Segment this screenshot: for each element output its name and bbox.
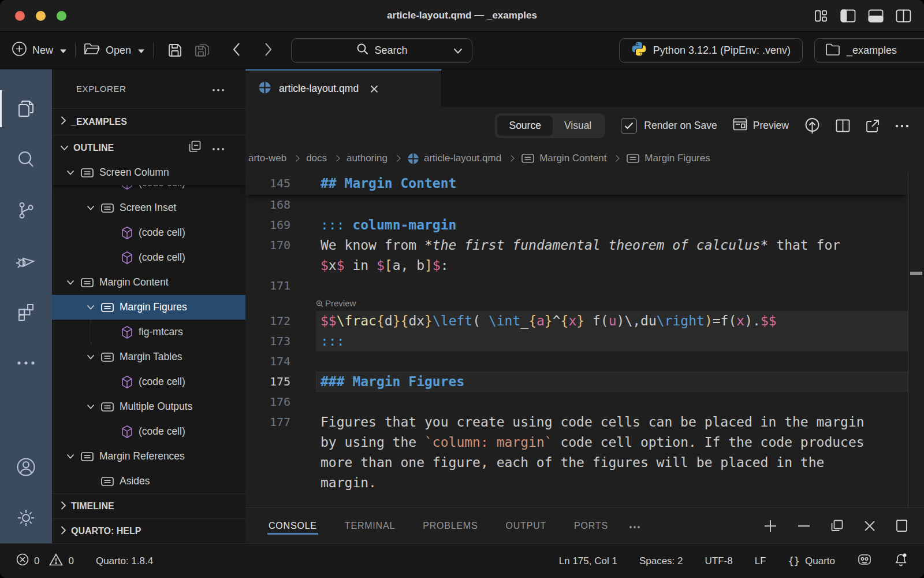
- open-button[interactable]: Open: [84, 42, 145, 59]
- breadcrumb-margin-figures[interactable]: Margin Figures: [626, 153, 710, 164]
- code-line-175[interactable]: 175### Margin Figures: [245, 372, 908, 392]
- interpreter-selector[interactable]: Python 3.12.1 (PipEnv: .venv): [619, 38, 803, 63]
- tab-article-layout[interactable]: article-layout.qmd: [245, 69, 442, 107]
- breadcrumb-article-layout-qmd[interactable]: article-layout.qmd: [407, 153, 501, 165]
- code-line-wrap[interactable]: more than one figure, each of the figure…: [245, 453, 908, 473]
- toggle-bottom-panel-icon[interactable]: [868, 9, 884, 23]
- panel-tab-ports[interactable]: PORTS: [573, 510, 609, 542]
- global-search-box[interactable]: Search: [291, 38, 472, 63]
- restore-panel-icon[interactable]: [830, 519, 844, 532]
- breadcrumb-docs[interactable]: docs: [306, 153, 327, 164]
- outline-item-code-cell[interactable]: (code cell): [52, 220, 245, 245]
- indentation-status[interactable]: Spaces: 2: [639, 555, 683, 567]
- outline-item-screen-column[interactable]: Screen Column: [52, 160, 245, 185]
- maximize-panel-icon[interactable]: [896, 519, 908, 532]
- section-examples[interactable]: _EXAMPLES: [52, 109, 245, 135]
- panel-more-icon[interactable]: [629, 521, 640, 531]
- outline-item-code-cell[interactable]: (code cell): [52, 419, 245, 444]
- outline-more-icon[interactable]: [212, 143, 225, 153]
- chevron-down-icon[interactable]: [61, 170, 80, 175]
- code-line-176[interactable]: 176: [245, 392, 908, 412]
- close-panel-icon[interactable]: [864, 520, 875, 532]
- outline-item-margin-content[interactable]: Margin Content: [52, 270, 245, 295]
- section-outline[interactable]: OUTLINE: [52, 135, 245, 160]
- code-line-wrap[interactable]: margin.: [245, 473, 908, 493]
- outline-item-asides[interactable]: Asides: [52, 469, 245, 494]
- activity-settings[interactable]: [0, 492, 52, 543]
- toggle-left-panel-icon[interactable]: [840, 9, 856, 23]
- copilot-status[interactable]: [857, 553, 872, 569]
- workspace-selector[interactable]: _examples: [814, 38, 924, 63]
- activity-extensions[interactable]: [0, 287, 52, 338]
- activity-account[interactable]: [0, 442, 52, 492]
- chevron-down-icon[interactable]: [81, 354, 100, 360]
- save-icon[interactable]: [167, 42, 183, 58]
- back-icon[interactable]: [232, 42, 241, 59]
- code-line-170[interactable]: 170We know from *the first fundamental t…: [245, 235, 908, 255]
- outline-item-margin-figures[interactable]: Margin Figures: [52, 295, 245, 320]
- chevron-down-icon[interactable]: [81, 404, 100, 409]
- code-line-177[interactable]: 177Figures that you create using code ce…: [245, 412, 908, 432]
- panel-tab-terminal[interactable]: TERMINAL: [344, 510, 396, 542]
- toggle-right-panel-icon[interactable]: [896, 9, 911, 23]
- cursor-position-status[interactable]: Ln 175, Col 1: [559, 555, 617, 567]
- language-mode-status[interactable]: {} Quarto: [788, 555, 835, 567]
- overview-ruler[interactable]: [908, 172, 924, 507]
- outline-item-fig-mtcars[interactable]: fig-mtcars: [52, 320, 245, 344]
- outline-item-code-cell[interactable]: (code cell): [52, 245, 245, 270]
- activity-run-debug[interactable]: [0, 236, 52, 287]
- render-on-save-toggle[interactable]: Render on Save: [621, 118, 717, 134]
- forward-icon[interactable]: [264, 42, 273, 59]
- new-button[interactable]: New: [12, 41, 67, 60]
- outline-item-code-cell[interactable]: (code cell): [52, 185, 245, 195]
- notifications-status[interactable]: [894, 553, 908, 570]
- outline-item-margin-references[interactable]: Margin References: [52, 444, 245, 469]
- collapse-all-icon[interactable]: [188, 140, 202, 155]
- activity-search[interactable]: [0, 134, 52, 185]
- quarto-version-status[interactable]: Quarto: 1.8.4: [96, 555, 153, 567]
- customize-layout-icon[interactable]: [814, 9, 828, 23]
- outline-item-margin-tables[interactable]: Margin Tables: [52, 344, 245, 369]
- render-document-icon[interactable]: [804, 117, 820, 134]
- chevron-down-icon[interactable]: [81, 305, 100, 310]
- outline-item-multiple-outputs[interactable]: Multiple Outputs: [52, 394, 245, 419]
- open-external-icon[interactable]: [866, 119, 880, 133]
- chevron-down-icon[interactable]: [61, 454, 80, 459]
- panel-tab-console[interactable]: CONSOLE: [267, 510, 318, 542]
- outline-item-screen-inset[interactable]: Screen Inset: [52, 195, 245, 220]
- preview-button[interactable]: Preview: [733, 118, 789, 134]
- breadcrumb-authoring[interactable]: authoring: [346, 153, 388, 164]
- activity-more[interactable]: [0, 338, 52, 388]
- code-line-173[interactable]: 173:::: [245, 331, 908, 351]
- code-line-wrap[interactable]: $x$ in $[a, b]$:: [245, 255, 908, 276]
- code-line-174[interactable]: 174: [245, 351, 908, 372]
- codelens-preview[interactable]: Preview: [245, 296, 908, 311]
- outline-item-code-cell[interactable]: (code cell): [52, 369, 245, 394]
- new-console-icon[interactable]: [763, 519, 777, 533]
- panel-tab-output[interactable]: OUTPUT: [504, 510, 547, 542]
- breadcrumb-arto-web[interactable]: arto-web: [248, 153, 286, 164]
- encoding-status[interactable]: UTF-8: [705, 555, 733, 567]
- code-line-wrap[interactable]: by using the `column: margin` code cell …: [245, 432, 908, 453]
- code-line-171[interactable]: 171: [245, 276, 908, 296]
- minimize-panel-icon[interactable]: [798, 525, 810, 527]
- mode-source-button[interactable]: Source: [497, 116, 552, 136]
- section-timeline[interactable]: TIMELINE: [52, 494, 245, 518]
- code-line-168[interactable]: 168: [245, 195, 908, 215]
- breadcrumb-margin-content[interactable]: Margin Content: [521, 153, 606, 164]
- close-tab-icon[interactable]: [370, 84, 379, 94]
- chevron-down-icon[interactable]: [61, 280, 80, 285]
- mode-visual-button[interactable]: Visual: [553, 116, 603, 136]
- eol-status[interactable]: LF: [755, 555, 766, 567]
- editor-more-icon[interactable]: [895, 124, 909, 128]
- problems-status[interactable]: 0 0: [16, 553, 74, 569]
- split-editor-icon[interactable]: [836, 119, 850, 132]
- activity-explorer[interactable]: [0, 83, 52, 134]
- code-line-172[interactable]: 172$$\frac{d}{dx}\left( \int_{a}^{x} f(u…: [245, 311, 908, 331]
- save-all-icon[interactable]: [193, 42, 211, 58]
- chevron-down-icon[interactable]: [81, 205, 100, 210]
- explorer-more-icon[interactable]: [212, 84, 225, 94]
- code-line-169[interactable]: 169::: column-margin: [245, 215, 908, 235]
- sticky-scroll-line[interactable]: 145## Margin Content: [245, 172, 908, 195]
- panel-tab-problems[interactable]: PROBLEMS: [422, 510, 479, 542]
